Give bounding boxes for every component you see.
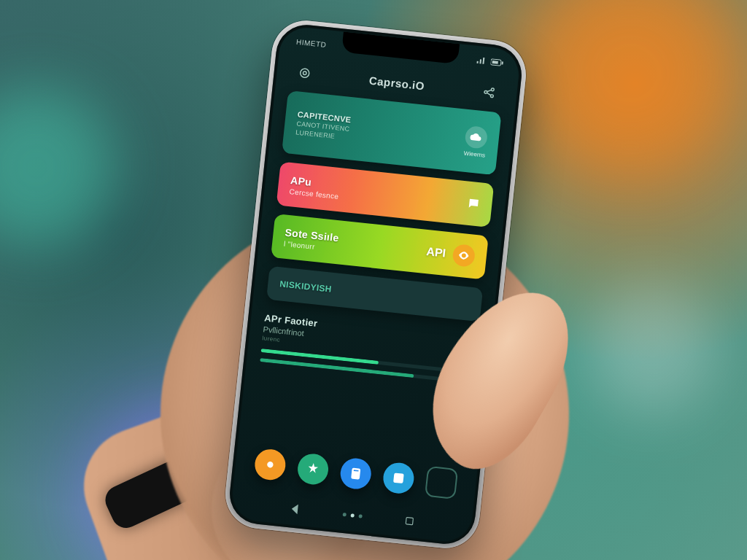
svg-rect-9 <box>351 467 360 479</box>
svg-point-8 <box>267 462 274 468</box>
bokeh-blob <box>0 88 117 248</box>
battery-icon <box>490 58 504 67</box>
svg-rect-12 <box>406 517 413 524</box>
svg-point-3 <box>300 69 309 78</box>
eye-icon <box>452 244 476 268</box>
dock-item-2[interactable] <box>296 452 330 486</box>
svg-point-6 <box>491 88 494 91</box>
svg-rect-11 <box>393 472 404 483</box>
bokeh-blob <box>587 283 718 414</box>
dock-item-1[interactable] <box>254 448 287 481</box>
svg-point-4 <box>303 71 306 75</box>
nav-home-dots[interactable] <box>342 512 362 518</box>
dock-item-4[interactable] <box>382 462 415 495</box>
dock-item-3[interactable] <box>339 456 373 490</box>
dock-item-5[interactable] <box>425 466 458 499</box>
chat-icon <box>466 197 481 211</box>
phone-frame: HIMETD Caprso.iO <box>222 18 529 552</box>
feature-card-1[interactable]: CAPITECNVE CANOT ITIVENC LURENERIE Wieer… <box>282 90 501 175</box>
status-left-text: HIMETD <box>296 37 327 48</box>
app-title: Caprso.iO <box>368 74 425 92</box>
svg-rect-1 <box>492 61 498 64</box>
card1-badge: Wieerns <box>463 149 485 158</box>
card3-side-label: API <box>425 245 446 260</box>
android-nav-bar <box>231 497 472 533</box>
card4-line1: NISKIDYISH <box>279 279 333 294</box>
nav-recent-icon[interactable] <box>403 516 414 526</box>
svg-rect-2 <box>501 61 503 64</box>
nav-back-icon[interactable] <box>288 502 301 516</box>
cloud-icon <box>464 125 488 149</box>
app-dock <box>247 447 464 500</box>
bokeh-blob <box>528 0 732 175</box>
signal-icon <box>476 57 487 65</box>
share-icon[interactable] <box>478 81 500 104</box>
target-icon[interactable] <box>293 62 316 85</box>
